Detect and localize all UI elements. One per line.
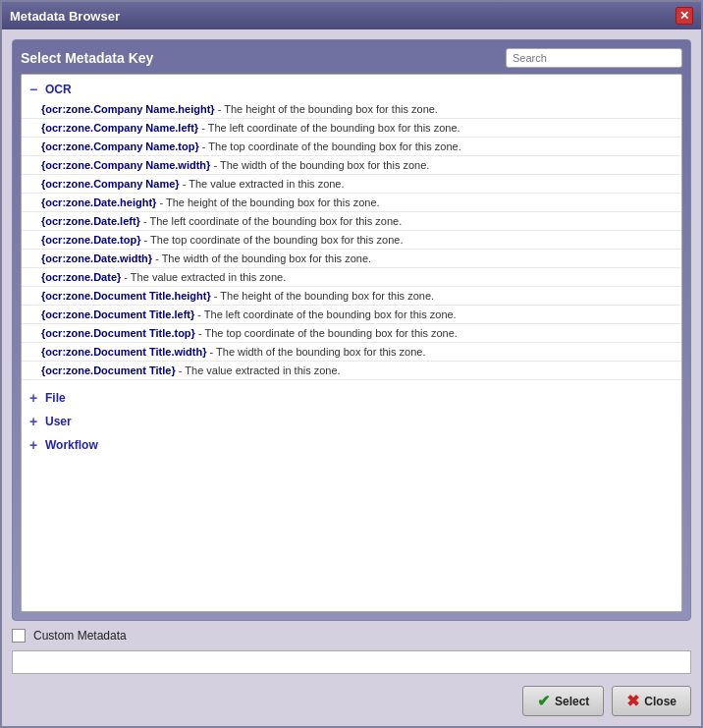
window-title: Metadata Browser	[10, 9, 120, 24]
tree-item[interactable]: {ocr:zone.Document Title} - The value ex…	[22, 362, 681, 380]
section-user[interactable]: +User	[22, 410, 681, 433]
collapsed-sections-container: +File+User+Workflow	[22, 386, 681, 457]
tree-item[interactable]: {ocr:zone.Company Name.left} - The left …	[22, 119, 681, 138]
tree-container[interactable]: − OCR {ocr:zone.Company Name.height} - T…	[21, 74, 682, 612]
tree-item[interactable]: {ocr:zone.Company Name.width} - The widt…	[22, 156, 681, 175]
tree-item[interactable]: {ocr:zone.Document Title.width} - The wi…	[22, 343, 681, 362]
window-body: Select Metadata Key − OCR {ocr:zone.Comp…	[2, 29, 701, 726]
tree-item[interactable]: {ocr:zone.Date.height} - The height of t…	[22, 194, 681, 212]
section-workflow[interactable]: +Workflow	[22, 433, 681, 457]
tree-item[interactable]: {ocr:zone.Date.width} - The width of the…	[22, 250, 681, 268]
ocr-section-header[interactable]: − OCR	[22, 79, 681, 100]
search-input[interactable]	[506, 48, 682, 68]
section-file[interactable]: +File	[22, 386, 681, 410]
tree-item[interactable]: {ocr:zone.Document Title.left} - The lef…	[22, 306, 681, 324]
select-label: Select	[555, 695, 589, 708]
panel-header: Select Metadata Key	[21, 48, 682, 68]
panel-title: Select Metadata Key	[21, 50, 153, 66]
window-close-button[interactable]: ✕	[676, 7, 693, 25]
select-icon: ✔	[537, 692, 550, 710]
custom-metadata-label: Custom Metadata	[33, 629, 127, 643]
ocr-toggle: −	[29, 82, 41, 97]
ocr-section-label: OCR	[45, 83, 72, 96]
metadata-panel: Select Metadata Key − OCR {ocr:zone.Comp…	[12, 39, 691, 621]
custom-metadata-row: Custom Metadata	[12, 629, 691, 643]
tree-item[interactable]: {ocr:zone.Document Title.height} - The h…	[22, 287, 681, 306]
tree-item[interactable]: {ocr:zone.Company Name.top} - The top co…	[22, 138, 681, 156]
tree-item[interactable]: {ocr:zone.Date} - The value extracted in…	[22, 268, 681, 287]
select-button[interactable]: ✔ Select	[522, 686, 604, 716]
button-row: ✔ Select ✖ Close	[12, 682, 691, 716]
close-icon: ✖	[626, 692, 639, 710]
tree-item[interactable]: {ocr:zone.Document Title.top} - The top …	[22, 324, 681, 343]
custom-metadata-input[interactable]	[12, 650, 691, 674]
close-label: Close	[644, 695, 676, 708]
tree-item[interactable]: {ocr:zone.Company Name} - The value extr…	[22, 175, 681, 194]
close-button[interactable]: ✖ Close	[612, 686, 691, 716]
metadata-browser-window: Metadata Browser ✕ Select Metadata Key −…	[0, 0, 703, 728]
title-bar: Metadata Browser ✕	[2, 2, 701, 29]
custom-metadata-checkbox[interactable]	[12, 629, 26, 643]
tree-item[interactable]: {ocr:zone.Company Name.height} - The hei…	[22, 100, 681, 119]
tree-item[interactable]: {ocr:zone.Date.top} - The top coordinate…	[22, 231, 681, 250]
ocr-section: − OCR {ocr:zone.Company Name.height} - T…	[22, 79, 681, 380]
tree-item[interactable]: {ocr:zone.Date.left} - The left coordina…	[22, 212, 681, 231]
custom-input-row	[12, 650, 691, 674]
ocr-items: {ocr:zone.Company Name.height} - The hei…	[22, 100, 681, 380]
